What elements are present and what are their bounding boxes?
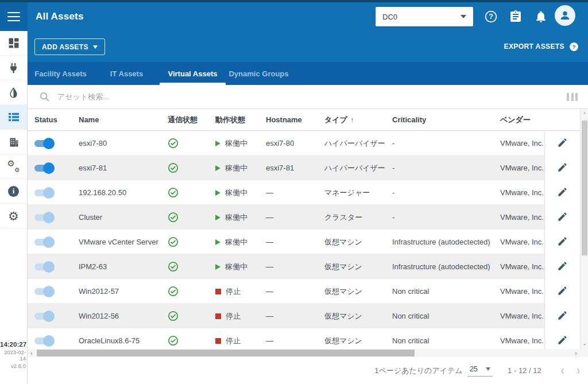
edit-asset-button[interactable] — [555, 308, 570, 325]
op-status-cell: 稼働中 — [215, 138, 266, 149]
table-row[interactable]: Win2012-56 停止 — 仮想マシン Non critical VMwar… — [28, 304, 580, 328]
status-cell — [34, 311, 79, 322]
vendor-cell: VMware, Inc. — [500, 287, 544, 296]
avatar[interactable] — [555, 5, 575, 26]
horizontal-scrollbar[interactable]: ‹ › — [28, 349, 580, 357]
items-per-page-select[interactable]: 25 — [467, 364, 493, 377]
datacenter-select[interactable]: DC0 — [376, 7, 473, 26]
edit-asset-button[interactable] — [555, 332, 570, 350]
comm-ok-icon — [168, 187, 179, 198]
op-state-icon — [215, 190, 220, 196]
table-row[interactable]: 192.168.20.50 稼働中 — マネージャー - VMware, Inc… — [28, 180, 580, 205]
scroll-right-arrow-icon[interactable]: › — [572, 349, 580, 357]
vertical-scrollbar[interactable]: ⌃ ⌄ — [580, 109, 588, 349]
comm-status-cell — [168, 187, 215, 198]
previous-page-button[interactable]: ‹ — [561, 364, 564, 377]
table-row[interactable]: VMware vCenter Server 稼働中 — 仮想マシン Infras… — [28, 230, 580, 254]
status-toggle[interactable] — [34, 236, 55, 248]
next-page-button[interactable]: › — [577, 364, 580, 377]
table-row[interactable]: esxi7-81 稼働中 esxi7-81 ハイパーバイザー - VMware,… — [28, 156, 580, 180]
asset-name: 192.168.20.50 — [79, 188, 168, 197]
edit-asset-button[interactable] — [555, 135, 570, 152]
status-cell — [34, 162, 79, 174]
vendor-cell: VMware, Inc. — [500, 139, 544, 148]
status-toggle[interactable] — [34, 187, 55, 199]
table-row[interactable]: Win2012-57 停止 — 仮想マシン Non critical VMwar… — [28, 279, 580, 304]
add-assets-button[interactable]: ADD ASSETS — [34, 38, 105, 55]
sidebar-item-services[interactable]: ⚙⚙ — [0, 154, 27, 179]
help-icon[interactable]: ? — [569, 42, 579, 52]
criticality-cell: Infrastructure (autodectected) — [392, 262, 500, 271]
tab-dynamic-groups[interactable]: Dynamic Groups — [226, 62, 292, 85]
table-row[interactable]: IPM2-63 稼働中 — 仮想マシン Infrastructure (auto… — [28, 254, 580, 279]
asset-name: VMware vCenter Server — [79, 238, 168, 246]
vertical-scrollbar-thumb[interactable] — [582, 121, 587, 255]
edit-asset-button[interactable] — [555, 184, 570, 201]
criticality-cell: Infrastructure (autodectected) — [392, 238, 500, 246]
asset-name: Cluster — [79, 213, 168, 222]
column-settings-icon[interactable] — [567, 93, 578, 101]
export-assets-button[interactable]: EXPORT ASSETS ? — [504, 31, 579, 62]
criticality-cell: Non critical — [392, 336, 500, 345]
comm-status-cell — [168, 311, 215, 321]
scroll-down-arrow-icon[interactable]: ⌄ — [581, 339, 588, 348]
column-header-comm[interactable]: 通信状態 ↑ — [168, 115, 215, 125]
chevron-down-icon — [93, 45, 98, 49]
hostname-cell: — — [266, 188, 324, 197]
edit-asset-button[interactable] — [555, 160, 570, 177]
sidebar-item-assets[interactable] — [0, 105, 27, 130]
sidebar-item-cooling[interactable] — [0, 80, 27, 105]
table-row[interactable]: esxi7-80 稼働中 esxi7-80 ハイパーバイザー - VMware,… — [28, 131, 580, 156]
op-status-cell: 稼働中 — [215, 212, 266, 223]
search-icon — [39, 91, 50, 102]
comm-status-cell — [168, 212, 215, 223]
sidebar-item-about[interactable]: i — [0, 179, 27, 204]
hamburger-menu-button[interactable] — [0, 2, 28, 31]
table-row[interactable]: Cluster 稼働中 — クラスター - VMware, Inc. — [28, 205, 580, 230]
status-toggle[interactable] — [34, 261, 55, 273]
status-toggle[interactable] — [34, 138, 55, 149]
edit-asset-button[interactable] — [555, 258, 570, 276]
tab-it-assets[interactable]: IT Assets — [94, 62, 160, 85]
status-toggle[interactable] — [34, 212, 55, 223]
column-header-hostname[interactable]: Hostname ↑ — [266, 115, 324, 124]
column-header-name[interactable]: Name ↑ — [79, 115, 168, 124]
horizontal-scrollbar-thumb[interactable] — [37, 350, 415, 356]
tab-virtual-assets[interactable]: Virtual Assets — [160, 62, 226, 85]
edit-cell — [544, 131, 580, 156]
edit-asset-button[interactable] — [555, 234, 570, 251]
comm-ok-icon — [168, 311, 179, 321]
scroll-left-arrow-icon[interactable]: ‹ — [28, 349, 36, 357]
search-input[interactable]: アセット検索... — [57, 85, 109, 109]
status-toggle[interactable] — [34, 162, 55, 174]
criticality-cell: Non critical — [392, 287, 500, 296]
table-row[interactable]: OracleLinux8.6-75 停止 — 仮想マシン Non critica… — [28, 328, 580, 349]
op-state-icon — [215, 338, 221, 344]
edit-asset-button[interactable] — [555, 283, 570, 300]
pencil-icon — [557, 310, 568, 321]
column-header-criticality[interactable]: Criticality ↑ — [392, 115, 500, 124]
column-header-status[interactable]: Status ↑ — [34, 115, 79, 124]
pencil-icon — [557, 211, 568, 222]
status-toggle[interactable] — [34, 335, 55, 347]
sidebar-item-power[interactable] — [0, 56, 27, 80]
edit-cell — [544, 304, 580, 328]
column-header-vendor[interactable]: ベンダー ↑ — [500, 115, 544, 125]
help-icon[interactable]: ? — [484, 10, 498, 24]
status-toggle[interactable] — [34, 311, 55, 322]
sidebar-item-organization[interactable] — [0, 130, 27, 154]
bell-icon[interactable] — [534, 10, 548, 24]
column-header-type[interactable]: タイプ ↑ — [324, 115, 392, 125]
column-header-op[interactable]: 動作状態 ↑ — [215, 115, 266, 125]
table-header-row: Status ↑ Name ↑ 通信状態 ↑ 動作状態 ↑ Hostname ↑… — [28, 109, 580, 131]
status-toggle[interactable] — [34, 286, 55, 297]
app-window: All Assets DC0 ? ADD ASSETS EXPORT — [0, 0, 588, 384]
sidebar-item-settings[interactable]: ⚙ — [0, 204, 27, 228]
sidebar-item-dashboard[interactable] — [0, 31, 27, 56]
op-state-icon — [215, 239, 220, 245]
tab-facility-assets[interactable]: Facility Assets — [28, 62, 94, 85]
edit-asset-button[interactable] — [555, 209, 570, 226]
hostname-cell: — — [266, 336, 324, 345]
clipboard-icon[interactable] — [509, 10, 523, 24]
scroll-up-arrow-icon[interactable]: ⌃ — [581, 110, 588, 119]
